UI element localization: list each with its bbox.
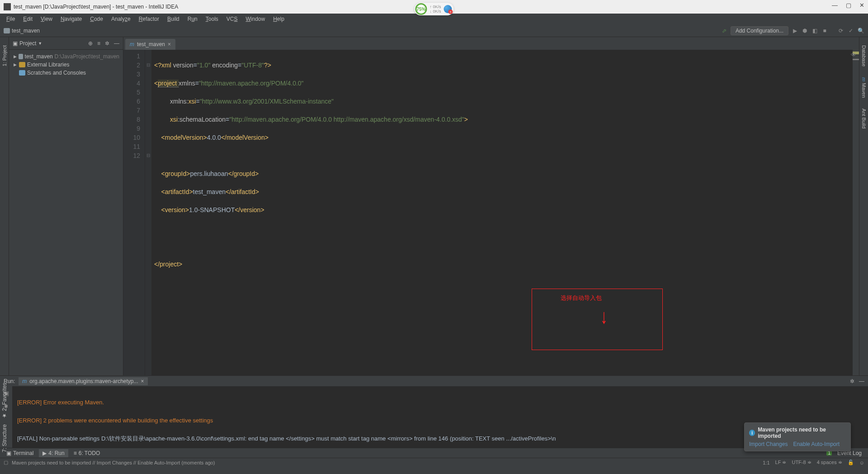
debug-bug-icon[interactable]: ⬢: [801, 27, 808, 34]
enable-auto-import-link[interactable]: Enable Auto-Import: [793, 441, 840, 447]
tree-path: D:\JavaProject\test_maven: [55, 53, 119, 60]
close-tab-icon[interactable]: ×: [168, 41, 171, 47]
net-down: ↓ 0K/s: [429, 9, 441, 14]
editor-tabs: m test_maven ×: [123, 37, 859, 50]
run-config-dropdown[interactable]: Add Configuration...: [731, 26, 788, 35]
run-play-icon[interactable]: ▶: [791, 27, 798, 34]
stop-icon[interactable]: ■: [821, 27, 828, 34]
tree-node-external-libs[interactable]: ▶ External Libraries: [11, 61, 121, 69]
notification-popup: i Maven projects need to be imported Imp…: [744, 422, 851, 451]
menu-help[interactable]: Help: [269, 14, 288, 24]
left-tab-project[interactable]: 1: Project: [1, 42, 8, 70]
close-button[interactable]: ✕: [859, 2, 864, 9]
bottom-tool-bar: ▣ Terminal ▶ 4: Run ≡ 6: TODO 1 Event Lo…: [0, 448, 868, 458]
vcs-commit-icon[interactable]: ✓: [847, 27, 854, 34]
file-encoding[interactable]: UTF-8 ≑: [792, 460, 811, 465]
menu-analyze[interactable]: Analyze: [108, 14, 134, 24]
right-tab-maven[interactable]: m Maven: [860, 74, 868, 101]
fold-close-icon[interactable]: ⊟: [145, 151, 151, 160]
run-tab-button[interactable]: ▶ 4: Run: [39, 449, 68, 457]
window-controls: — ▢ ✕: [832, 2, 864, 9]
breadcrumb[interactable]: test_maven: [4, 28, 40, 34]
run-console: ▣ ■ [ERROR] Error executing Maven. [ERRO…: [0, 386, 868, 448]
code-content[interactable]: <?xml version="1.0" encoding="UTF-8"?> <…: [151, 50, 853, 375]
scope-icon[interactable]: ⊕: [88, 40, 93, 47]
coverage-icon[interactable]: ◧: [811, 27, 818, 34]
vcs-update-icon[interactable]: ⟳: [837, 27, 844, 34]
fold-open-icon[interactable]: ⊟: [145, 61, 151, 70]
project-panel: ▣ Project ▼ ⊕ ≡ ✲ — ▶ test_maven D:\Java…: [9, 37, 123, 375]
right-tool-stripe: Database m Maven Ant Build: [859, 37, 868, 375]
hector-icon[interactable]: ☺: [859, 460, 864, 465]
tree-label: test_maven: [25, 53, 53, 60]
close-tab-icon[interactable]: ×: [141, 378, 144, 384]
status-left-toggle[interactable]: ▢: [4, 460, 8, 465]
gear-icon[interactable]: ✲: [850, 378, 854, 384]
maximize-button[interactable]: ▢: [846, 2, 851, 9]
hide-panel-icon[interactable]: —: [859, 378, 864, 384]
breadcrumb-text: test_maven: [12, 28, 40, 34]
tree-label: Scratches and Consoles: [27, 70, 86, 76]
inspection-eye-icon[interactable]: 👁: [851, 52, 856, 58]
minimize-button[interactable]: —: [832, 2, 838, 9]
hide-panel-icon[interactable]: —: [114, 40, 119, 47]
net-globe-icon[interactable]: [444, 5, 452, 13]
settings-lines-icon[interactable]: ≡: [97, 40, 100, 47]
navigation-bar: test_maven ⬀ Add Configuration... ▶ ⬢ ◧ …: [0, 24, 868, 37]
notification-title: Maven projects need to be imported: [758, 427, 846, 439]
editor-tab[interactable]: m test_maven ×: [125, 39, 175, 50]
annotation-arrow-icon: ↓: [600, 305, 608, 329]
menu-run[interactable]: Run: [184, 14, 201, 24]
console-output[interactable]: [ERROR] Error executing Maven. [ERROR] 2…: [13, 386, 868, 448]
import-changes-link[interactable]: Import Changes: [749, 441, 788, 447]
network-indicator: 75% ↑ 0K/s ↓ 0K/s: [414, 3, 453, 15]
tree-arrow-icon[interactable]: ▶: [14, 62, 17, 67]
editor-tab-title: test_maven: [137, 41, 165, 47]
search-everywhere-icon[interactable]: 🔍: [857, 27, 864, 34]
project-view-icon: ▣: [13, 40, 18, 47]
tree-node-root[interactable]: ▶ test_maven D:\JavaProject\test_maven: [11, 52, 121, 61]
project-panel-header: ▣ Project ▼ ⊕ ≡ ✲ —: [9, 37, 123, 50]
menu-code[interactable]: Code: [86, 14, 107, 24]
chevron-down-icon: ▼: [38, 41, 42, 46]
menu-window[interactable]: Window: [242, 14, 269, 24]
status-message: Maven projects need to be imported // Im…: [12, 460, 215, 465]
caret-position[interactable]: 1:1: [763, 460, 769, 465]
app-icon: [4, 3, 11, 10]
maven-file-icon: m: [130, 41, 134, 47]
marker[interactable]: [853, 59, 859, 60]
fold-gutter: ⊟⊟: [145, 50, 151, 375]
folder-icon: [19, 54, 23, 59]
menu-refactor[interactable]: Refactor: [135, 14, 163, 24]
error-stripe[interactable]: [853, 50, 859, 375]
status-bar: ▢ Maven projects need to be imported // …: [0, 458, 868, 467]
menu-navigate[interactable]: Navigate: [57, 14, 85, 24]
tree-arrow-icon[interactable]: ▶: [14, 54, 17, 59]
menu-build[interactable]: Build: [164, 14, 183, 24]
run-tab[interactable]: m org.apache.maven.plugins:maven-archety…: [19, 377, 147, 385]
run-tab-title: org.apache.maven.plugins:maven-archetyp.…: [29, 378, 138, 384]
menu-edit[interactable]: Edit: [19, 14, 36, 24]
right-tab-database[interactable]: Database: [860, 42, 868, 70]
lock-icon[interactable]: 🔓: [848, 460, 854, 465]
right-tab-ant[interactable]: Ant Build: [860, 105, 868, 132]
menu-file[interactable]: File: [3, 14, 19, 24]
menu-vcs[interactable]: VCS: [223, 14, 241, 24]
window-title: test_maven [D:\JavaProject\test_maven] -…: [14, 4, 178, 10]
gear-icon[interactable]: ✲: [105, 40, 109, 47]
tree-label: External Libraries: [27, 62, 69, 68]
build-hammer-icon[interactable]: ⬀: [721, 27, 728, 34]
line-separator[interactable]: LF ≑: [775, 460, 787, 465]
tree-node-scratches[interactable]: Scratches and Consoles: [11, 69, 121, 77]
left-tab-structure[interactable]: 7: Structure: [0, 422, 9, 455]
folder-icon: [4, 28, 10, 33]
line-number-gutter: 123456789101112: [123, 50, 145, 375]
menu-view[interactable]: View: [37, 14, 56, 24]
net-percent: 75%: [415, 3, 427, 15]
todo-tab[interactable]: ≡ 6: TODO: [70, 449, 104, 457]
indent-settings[interactable]: 4 spaces ≑: [817, 460, 842, 465]
menu-tools[interactable]: Tools: [202, 14, 222, 24]
project-panel-title[interactable]: ▣ Project ▼: [13, 40, 42, 47]
left-tab-favorites[interactable]: ★ 2: Favorites: [0, 380, 9, 422]
code-area[interactable]: 123456789101112 ⊟⊟ <?xml version="1.0" e…: [123, 50, 859, 375]
